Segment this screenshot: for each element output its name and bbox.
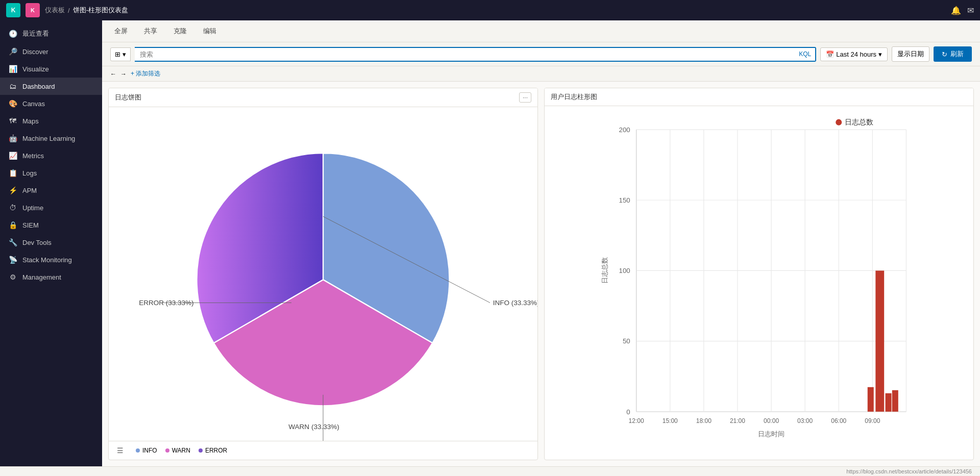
- sidebar-label-visualize: Visualize: [22, 65, 49, 73]
- sidebar-item-logs[interactable]: 📋 Logs: [0, 164, 102, 182]
- kql-button[interactable]: KQL: [795, 48, 815, 60]
- sidebar-icon-canvas: 🎨: [8, 99, 17, 108]
- sidebar-icon-stackmon: 📡: [8, 256, 17, 264]
- bar-large[interactable]: [875, 270, 884, 411]
- legend-list-icon[interactable]: ☰: [117, 446, 124, 455]
- sidebar-item-ml[interactable]: 🤖 Machine Learning: [0, 130, 102, 147]
- add-filter-button[interactable]: + 添加筛选: [131, 69, 160, 78]
- sidebar-item-siem[interactable]: 🔒 SIEM: [0, 216, 102, 234]
- x-label-09: 09:00: [865, 417, 880, 424]
- sidebar-item-dashboard[interactable]: 🗂 Dashboard: [0, 78, 102, 95]
- search-bar: ⊞ ▾ KQL 📅 Last 24 hours ▾ 显示日期 ↻ 刷新: [102, 42, 980, 66]
- clone-button[interactable]: 克隆: [169, 24, 191, 38]
- sidebar-label-discover: Discover: [22, 48, 48, 56]
- bar-legend-label: 日志总数: [845, 118, 873, 126]
- calendar-icon: 📅: [826, 51, 834, 58]
- sidebar-item-canvas[interactable]: 🎨 Canvas: [0, 95, 102, 112]
- sidebar-item-devtools[interactable]: 🔧 Dev Tools: [0, 234, 102, 251]
- sidebar-label-logs: Logs: [22, 169, 37, 177]
- show-dates-button[interactable]: 显示日期: [892, 46, 929, 62]
- search-input-wrapper: KQL: [135, 47, 816, 62]
- legend-item-error: ERROR: [199, 447, 227, 454]
- breadcrumb-separator: /: [68, 7, 70, 14]
- legend-label-error: ERROR: [205, 447, 227, 454]
- sidebar-item-apm[interactable]: ⚡ APM: [0, 182, 102, 199]
- refresh-button[interactable]: ↻ 刷新: [934, 46, 972, 62]
- sidebar-icon-discover: 🔎: [8, 47, 17, 56]
- topbar-actions: 🔔 ✉: [951, 6, 974, 15]
- bar-chart-svg: 日志总数: [550, 111, 968, 455]
- fullscreen-button[interactable]: 全屏: [110, 24, 132, 38]
- sidebar-icon-devtools: 🔧: [8, 238, 17, 246]
- sidebar-icon-mgmt: ⚙: [8, 273, 17, 281]
- sidebar-icon-logs: 📋: [8, 169, 17, 177]
- refresh-label: 刷新: [950, 49, 964, 59]
- filter-bar: ← → + 添加筛选: [102, 66, 980, 82]
- search-input[interactable]: [135, 48, 795, 61]
- kibana-logo[interactable]: K: [6, 3, 20, 17]
- legend-label-info: INFO: [142, 447, 157, 454]
- sidebar-label-mgmt: Management: [22, 273, 61, 281]
- sidebar-item-metrics[interactable]: 📈 Metrics: [0, 147, 102, 164]
- sidebar-icon-metrics: 📈: [8, 152, 17, 160]
- sidebar-icon-apm: ⚡: [8, 186, 17, 194]
- breadcrumb-home[interactable]: 仪表板: [45, 6, 65, 15]
- breadcrumb: 仪表板 / 饼图-柱形图仪表盘: [45, 6, 128, 15]
- sidebar-item-maps[interactable]: 🗺 Maps: [0, 112, 102, 130]
- filter-back-icon: ←: [110, 70, 116, 78]
- y-label-200: 200: [619, 126, 630, 134]
- notification-icon[interactable]: 🔔: [951, 6, 961, 15]
- status-url: https://blog.csdn.net/bestcxx/article/de…: [846, 468, 972, 474]
- dashboard-area: 日志饼图 ···: [102, 82, 980, 466]
- x-axis-title: 日志时间: [758, 430, 785, 438]
- share-button[interactable]: 共享: [140, 24, 161, 38]
- x-label-15: 15:00: [663, 417, 678, 424]
- refresh-icon: ↻: [942, 51, 947, 58]
- bar-panel-header: 用户日志柱形图: [545, 88, 973, 106]
- time-filter[interactable]: 📅 Last 24 hours ▾: [820, 47, 888, 61]
- sidebar-item-visualize[interactable]: 📊 Visualize: [0, 60, 102, 78]
- sidebar-label-maps: Maps: [22, 117, 39, 125]
- filter-icon: ⊞: [115, 51, 120, 58]
- bar-small-1[interactable]: [868, 387, 874, 412]
- filter-separator: →: [120, 70, 127, 78]
- sidebar-label-siem: SIEM: [22, 221, 39, 229]
- x-label-06: 06:00: [831, 417, 846, 424]
- sidebar-label-apm: APM: [22, 187, 37, 194]
- sidebar-item-uptime[interactable]: ⏱ Uptime: [0, 199, 102, 216]
- dashboard-toolbar: 全屏 共享 克隆 编辑: [102, 20, 980, 42]
- sidebar-item-stackmon[interactable]: 📡 Stack Monitoring: [0, 251, 102, 268]
- bar-chart-panel: 用户日志柱形图 日志总数: [544, 88, 974, 460]
- sidebar-item-recent[interactable]: 🕐 最近查看: [0, 24, 102, 43]
- y-label-50: 50: [623, 337, 630, 345]
- x-label-00: 00:00: [764, 417, 779, 424]
- error-label: ERROR (33.33%): [139, 299, 193, 307]
- content-area: 全屏 共享 克隆 编辑 ⊞ ▾ KQL 📅 Last 24 hours ▾ 显示…: [102, 20, 980, 466]
- pie-panel-title: 日志饼图: [115, 93, 141, 102]
- sidebar-item-mgmt[interactable]: ⚙ Management: [0, 268, 102, 286]
- legend-item-info: INFO: [136, 447, 157, 454]
- bar-small-3[interactable]: [892, 390, 898, 412]
- sidebar-icon-siem: 🔒: [8, 221, 17, 229]
- time-chevron: ▾: [878, 51, 882, 58]
- search-type-toggle[interactable]: ⊞ ▾: [110, 47, 131, 61]
- mail-icon[interactable]: ✉: [967, 6, 974, 15]
- bar-small-2[interactable]: [886, 393, 892, 412]
- toggle-chevron: ▾: [122, 51, 126, 58]
- app-icon: K: [26, 3, 40, 17]
- sidebar-label-stackmon: Stack Monitoring: [22, 256, 72, 264]
- sidebar-item-discover[interactable]: 🔎 Discover: [0, 43, 102, 60]
- pie-chart-svg: INFO (33.33%) ERROR (33.33%) WARN (33.33…: [109, 107, 537, 441]
- bar-panel-title: 用户日志柱形图: [551, 92, 597, 102]
- breadcrumb-current: 饼图-柱形图仪表盘: [73, 6, 128, 15]
- edit-button[interactable]: 编辑: [199, 24, 220, 38]
- sidebar-icon-ml: 🤖: [8, 134, 17, 142]
- pie-panel-menu-button[interactable]: ···: [519, 92, 531, 103]
- sidebar-label-recent: 最近查看: [22, 29, 49, 38]
- x-label-21: 21:00: [730, 417, 745, 424]
- sidebar-icon-maps: 🗺: [8, 117, 17, 125]
- y-axis-title: 日志总数: [601, 257, 608, 284]
- x-label-18: 18:00: [696, 417, 712, 424]
- x-label-03: 03:00: [797, 417, 813, 424]
- y-label-0: 0: [626, 408, 630, 416]
